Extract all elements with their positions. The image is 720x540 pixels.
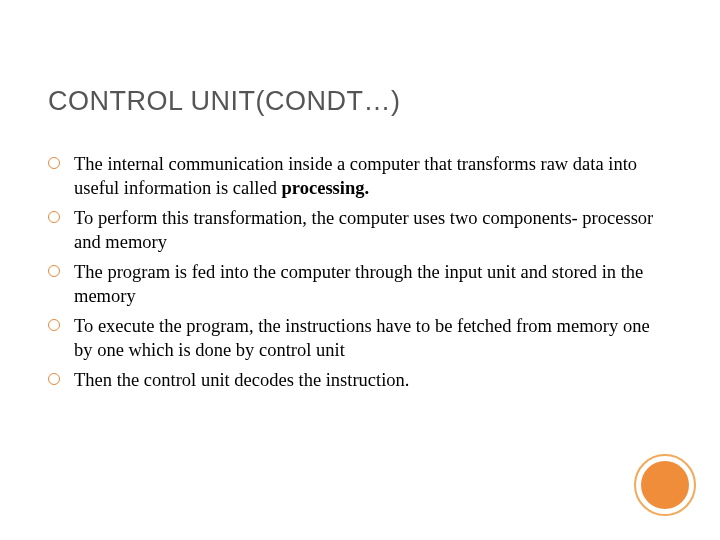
bullet-text-pre: The program is fed into the computer thr… [74, 262, 643, 306]
bullet-text: The internal communication inside a comp… [74, 152, 658, 200]
decorative-circle-inner [641, 461, 689, 509]
list-item: To perform this transformation, the comp… [48, 206, 658, 254]
bullet-text-pre: To perform this transformation, the comp… [74, 208, 653, 252]
slide: CONTROL UNIT(CONDT…) The internal commun… [0, 0, 720, 540]
decorative-circle-icon [634, 454, 696, 516]
bullet-icon [48, 319, 60, 331]
bullet-icon [48, 211, 60, 223]
bullet-text: Then the control unit decodes the instru… [74, 368, 409, 392]
bullet-icon [48, 265, 60, 277]
slide-body: The internal communication inside a comp… [48, 152, 658, 398]
bullet-text-pre: Then the control unit decodes the instru… [74, 370, 409, 390]
slide-title: CONTROL UNIT(CONDT…) [48, 86, 400, 117]
bullet-icon [48, 373, 60, 385]
bullet-text: To perform this transformation, the comp… [74, 206, 658, 254]
list-item: The program is fed into the computer thr… [48, 260, 658, 308]
list-item: Then the control unit decodes the instru… [48, 368, 658, 392]
list-item: To execute the program, the instructions… [48, 314, 658, 362]
bullet-text-bold: processing. [282, 178, 370, 198]
bullet-text-pre: To execute the program, the instructions… [74, 316, 650, 360]
bullet-text: To execute the program, the instructions… [74, 314, 658, 362]
bullet-icon [48, 157, 60, 169]
bullet-text: The program is fed into the computer thr… [74, 260, 658, 308]
list-item: The internal communication inside a comp… [48, 152, 658, 200]
